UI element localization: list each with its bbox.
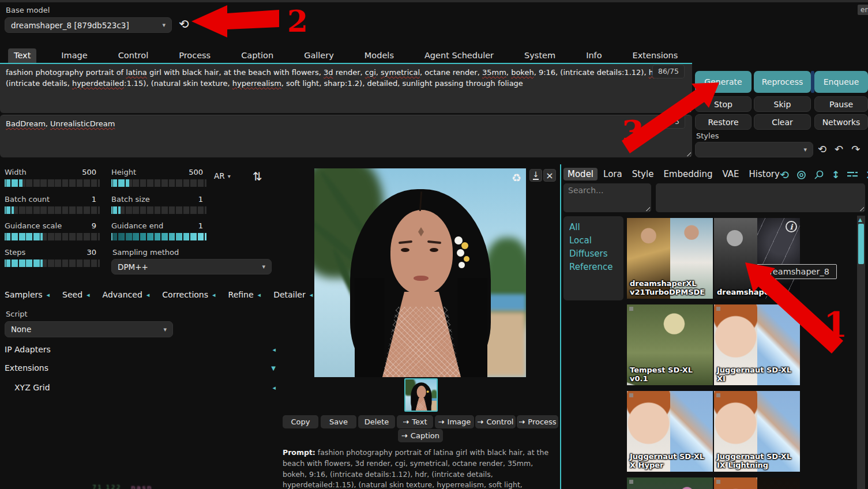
guidance-scale-slider[interactable] [5,233,100,240]
filter-reference[interactable]: Reference [569,261,623,274]
model-card-name: dreamshaper_8 [717,288,798,297]
scrollbar-thumb[interactable] [858,224,864,264]
styles-redo-icon[interactable]: ↷ [851,143,860,155]
tab-gallery[interactable]: Gallery [298,48,340,63]
model-card-tempest[interactable]: Tempest SD-XL v0.1 [627,304,713,385]
tab-control[interactable]: Control [112,48,154,63]
info-icon[interactable]: i [786,221,797,232]
delete-button[interactable]: Delete [358,415,395,428]
clear-button[interactable]: Clear [754,114,811,130]
networks-description-input[interactable] [656,183,865,212]
search-icon[interactable] [814,170,824,180]
accordion-samplers[interactable]: Samplers◂ [5,290,50,299]
styles-undo-icon[interactable]: ↶ [835,143,843,155]
networks-tab-style[interactable]: Style [628,168,658,180]
width-slider[interactable] [5,179,100,187]
model-card-juggernaut-ix-lightning[interactable]: Juggernaut SD-XL IX Lightning [714,391,800,472]
negative-resize-handle[interactable] [685,151,691,156]
send-to-process-button[interactable]: ⇢Process [517,415,558,428]
generate-button[interactable]: Generate [695,71,751,93]
collapsed-triangle-icon: ◂ [87,291,90,299]
tab-models[interactable]: Models [359,48,400,63]
networks-tab-vae[interactable]: VAE [718,168,743,180]
accordion-seed[interactable]: Seed◂ [62,290,90,299]
tab-system[interactable]: System [518,48,561,63]
styles-dropdown[interactable]: ▾ [695,142,813,157]
gallery-thumbnail[interactable] [404,378,438,412]
close-icon: × [546,170,553,181]
accordion-corrections[interactable]: Corrections◂ [162,290,215,299]
steps-slider[interactable] [5,259,100,267]
sort-direction-icon[interactable]: ↕ [832,169,840,180]
send-to-text-button[interactable]: ⇢Text [397,415,433,428]
view-options-icon[interactable] [847,171,858,179]
tab-info[interactable]: Info [580,48,607,63]
copy-button[interactable]: Copy [283,415,318,428]
scroll-up-icon[interactable]: ▲ [858,217,862,223]
download-image-button[interactable]: ↓ [529,169,542,182]
networks-search-input[interactable]: Search... [563,183,651,212]
send-to-caption-button[interactable]: ⇢Caption [398,429,443,442]
batch-count-slider[interactable] [5,206,100,214]
card-preview [714,218,757,299]
stop-button[interactable]: Stop [695,96,751,112]
base-model-dropdown[interactable]: dreamshaper_8 [879db523c3] ▾ [5,17,172,33]
restore-button[interactable]: Restore [695,114,751,130]
reprocess-button[interactable]: Reprocess [754,71,811,93]
styles-refresh-icon[interactable]: ⟲ [818,143,826,155]
save-button[interactable]: Save [321,415,356,428]
pause-button[interactable]: Pause [814,96,868,112]
send-to-image-button[interactable]: ⇢Image [435,415,474,428]
enqueue-button[interactable]: Enqueue [814,71,868,93]
prompt-textarea[interactable]: fashion photography portrait of latina g… [0,64,692,113]
script-dropdown[interactable]: None ▾ [5,321,173,337]
tab-extensions[interactable]: Extensions [627,48,684,63]
generated-image[interactable]: ♻ [314,168,526,377]
model-card[interactable] [714,477,800,489]
close-networks-icon[interactable]: × [865,170,868,180]
refresh-networks-icon[interactable]: ⟲ [780,168,789,181]
card-preview [627,477,713,489]
model-card-juggernaut-x-hyper[interactable]: Juggernaut SD-XL X Hyper [627,391,713,472]
tab-image[interactable]: Image [55,48,93,63]
prompt-resize-handle[interactable] [685,106,691,112]
tab-text[interactable]: Text [8,48,36,63]
tab-caption[interactable]: Caption [235,48,279,63]
model-card[interactable] [627,477,713,489]
networks-tab-model[interactable]: Model [563,168,598,180]
ar-dropdown[interactable]: AR ▾ [214,171,231,180]
batch-size-slider[interactable] [111,206,206,214]
scan-icon[interactable] [796,170,806,180]
guidance-end-slider[interactable] [111,233,206,240]
sampling-method-dropdown[interactable]: DPM++ ▾ [111,259,272,274]
networks-tab-history[interactable]: History [745,168,784,180]
height-slider[interactable] [111,179,206,187]
recycle-icon[interactable]: ♻ [512,171,521,184]
model-card-dreamshaper8[interactable]: dreamshaper_8 i [714,218,800,299]
filter-diffusers[interactable]: Diffusers [569,247,623,261]
model-card-dreamshaperxl[interactable]: dreamshaperXL v21TurboDPMSDE [627,218,713,299]
skip-button[interactable]: Skip [754,96,811,112]
accordion-advanced[interactable]: Advanced◂ [103,290,150,299]
extensions-accordion[interactable]: Extensions▼ [5,363,276,373]
networks-button[interactable]: Networks [814,114,868,130]
ip-adapters-accordion[interactable]: IP Adapters◂ [5,345,276,354]
networks-tab-embedding[interactable]: Embedding [659,168,716,180]
send-to-control-button[interactable]: ⇢Control [475,415,516,428]
negative-prompt-textarea[interactable]: BadDream, UnrealisticDream 7/75 [0,115,692,157]
language-badge[interactable]: en [858,5,868,15]
accordion-refine[interactable]: Refine◂ [228,290,261,299]
tab-agent-scheduler[interactable]: Agent Scheduler [419,48,499,63]
networks-tab-lora[interactable]: Lora [599,168,626,180]
accordion-detailer[interactable]: Detailer◂ [273,290,313,299]
xyz-grid-accordion[interactable]: XYZ Grid◂ [14,383,276,392]
swap-dimensions-icon[interactable]: ⇅ [253,170,262,183]
description-resize-handle[interactable] [858,205,864,211]
close-image-button[interactable]: × [543,169,556,182]
filter-local[interactable]: Local [569,234,623,247]
filter-all[interactable]: All [569,221,623,234]
model-card-juggernaut-xi[interactable]: Juggernaut SD-XL XI [714,304,800,385]
refresh-model-icon[interactable]: ⟲ [179,17,189,31]
tab-process[interactable]: Process [173,48,216,63]
search-resize-handle[interactable] [644,205,650,211]
